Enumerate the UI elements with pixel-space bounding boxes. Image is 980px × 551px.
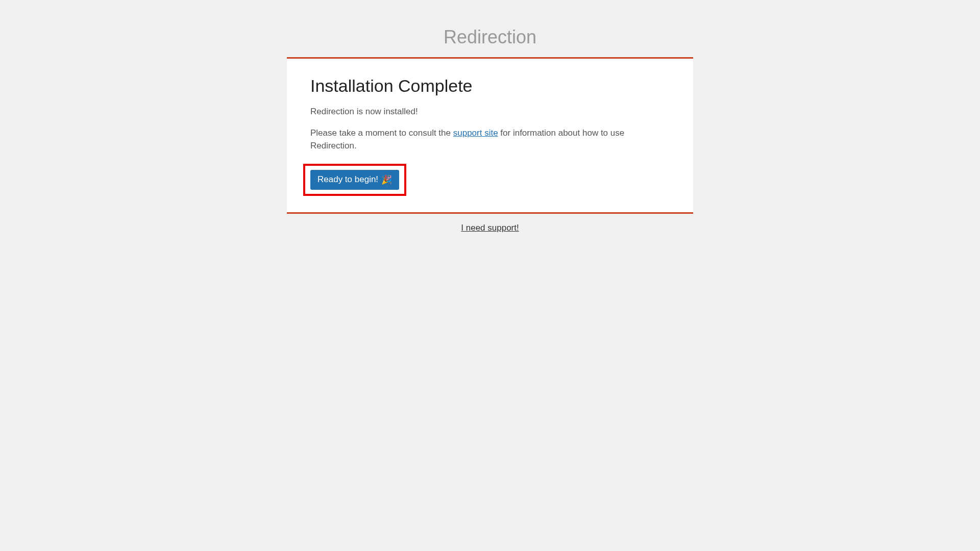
main-container: Redirection Installation Complete Redire… (287, 0, 693, 233)
support-site-link[interactable]: support site (453, 128, 498, 138)
intro-text: Redirection is now installed! (310, 105, 670, 118)
installation-card: Installation Complete Redirection is now… (287, 57, 693, 214)
consult-prefix: Please take a moment to consult the (310, 128, 453, 138)
ready-to-begin-button[interactable]: Ready to begin! 🎉 (310, 170, 399, 190)
party-popper-icon: 🎉 (381, 174, 392, 185)
consult-text: Please take a moment to consult the supp… (310, 127, 670, 153)
card-heading: Installation Complete (310, 76, 670, 96)
button-label: Ready to begin! (317, 174, 378, 185)
page-title: Redirection (287, 27, 693, 48)
need-support-link[interactable]: I need support! (287, 223, 693, 233)
highlight-box: Ready to begin! 🎉 (303, 164, 406, 196)
